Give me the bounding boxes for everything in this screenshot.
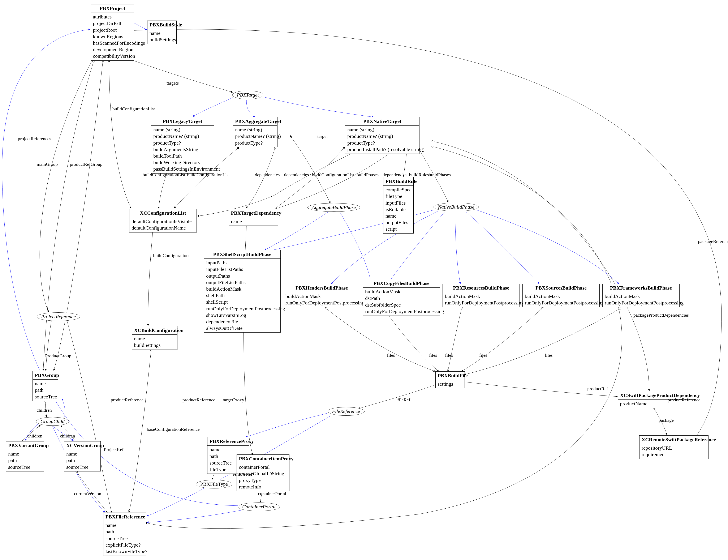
attr-line: name (8, 451, 42, 457)
attr-line: script (385, 226, 411, 232)
attr-line: runOnlyForDeploymentPostprocessing (445, 300, 517, 306)
node-title: PBXSourcesBuildPhase (523, 284, 599, 292)
node-pbxtargetdependency: PBXTargetDependency name (229, 209, 278, 226)
node-attrs-pbxshellscriptbuildphase: inputPathsinputFileListPathsoutputPathso… (204, 259, 281, 332)
label-bcl-legacy: buildConfigurationList (143, 172, 185, 178)
node-title: PBXAggregateTarget (233, 117, 277, 126)
node-attrs-pbxframeworksbuildphase: buildActionMaskrunOnlyForDeploymentPostp… (603, 292, 679, 307)
attr-line: buildActionMask (605, 293, 677, 300)
attr-line: buildActionMask (286, 293, 358, 300)
node-pbxsourcesbuildphase: PBXSourcesBuildPhase buildActionMaskrunO… (522, 284, 600, 307)
attr-line: buildActionMask (445, 293, 517, 300)
node-title: PBXFrameworksBuildPhase (603, 284, 679, 292)
label-projectreferences: projectReferences (18, 136, 51, 141)
node-xcconfigurationlist: XCConfigurationList defaultConfiguration… (129, 209, 197, 232)
label-maingroup: mainGroup (37, 162, 58, 167)
node-attrs-pbxbuildrule: compileSpecfileTypeinputFilesisEditablen… (383, 186, 413, 233)
attr-line: proxyType (239, 477, 287, 484)
label-package: package (659, 418, 674, 423)
ellipse-nativebuildphase: NativeBuildPhase (433, 203, 479, 211)
node-attrs-xcbuildconfiguration: namebuildSettings (132, 335, 177, 349)
ellipse-filereference: FileReference (328, 407, 364, 416)
node-pbxbuildfile: PBXBuildFile settings (435, 371, 465, 388)
label-targets: targets (167, 80, 179, 86)
node-pbxframeworksbuildphase: PBXFrameworksBuildPhase buildActionMaskr… (602, 284, 680, 307)
label-productreference-pr: productReference (111, 397, 144, 403)
node-pbxheadersbuildphase: PBXHeadersBuildPhase buildActionMaskrunO… (283, 284, 360, 307)
label-buildrules: buildRules (409, 172, 429, 178)
attr-line: productType? (153, 140, 212, 146)
attr-line: name (35, 380, 56, 387)
node-title: PBXFileReference (103, 513, 146, 521)
attr-line: buildSettings (150, 37, 174, 43)
attr-line: buildToolPath (153, 153, 212, 159)
node-attrs-pbxproject: attributesprojectDirPathprojectRootknown… (91, 13, 134, 60)
label-files-2: files (429, 352, 437, 358)
attr-line: fileType (385, 193, 411, 200)
node-pbxbuildstyle: PBXBuildStyle namebuildSettings (147, 21, 177, 44)
attr-line: buildActionMask (525, 293, 597, 300)
node-title: PBXHeadersBuildPhase (283, 284, 360, 292)
node-pbxbuildrule: PBXBuildRule compileSpecfileTypeinputFil… (383, 177, 413, 234)
attr-line: name (231, 218, 276, 225)
node-attrs-xcconfigurationlist: defaultConfigurationIsVisibledefaultConf… (129, 217, 197, 232)
attr-line: inputPaths (206, 260, 278, 266)
node-pbxshellscriptbuildphase: PBXShellScriptBuildPhase inputPathsinput… (204, 250, 281, 333)
attr-line: passBuildSettingsInEnvironment (153, 166, 212, 172)
node-attrs-pbxaggregatetarget: name (string)productName? (string)produc… (233, 126, 277, 147)
attr-line: runOnlyForDeploymentPostprocessing (365, 308, 438, 315)
attr-line: productName? (string) (153, 133, 212, 140)
attr-line: sourceTree (106, 535, 144, 542)
attr-line: name (106, 522, 144, 529)
attr-line: hasScannedForEncodings (93, 40, 132, 46)
attr-line: path (66, 457, 98, 464)
attr-line: buildArgumentsString (153, 146, 212, 153)
attr-line: path (106, 529, 144, 535)
attr-line: containerPortal (239, 464, 287, 470)
attr-line: buildActionMask (365, 288, 438, 295)
node-attrs-pbxsourcesbuildphase: buildActionMaskrunOnlyForDeploymentPostp… (523, 292, 599, 307)
attr-line: productType? (347, 140, 417, 146)
attr-line: name (66, 451, 98, 457)
node-xcbuildconfiguration: XCBuildConfiguration namebuildSettings (132, 326, 178, 350)
node-title: PBXTargetDependency (229, 209, 278, 217)
label-baseconfigref: baseConfigurationReference (147, 427, 200, 432)
node-title: PBXLegacyTarget (151, 117, 214, 126)
label-children-var: children (27, 433, 42, 439)
attr-line: inputFiles (385, 200, 411, 206)
attr-line: dependencyFile (206, 319, 278, 325)
attr-line: lastKnownFileType? (106, 548, 144, 555)
attr-line: sourceTree (8, 464, 42, 470)
node-title: XCVersionGroup (64, 441, 101, 450)
attr-line: name (string) (153, 127, 212, 133)
label-dep-agg2: dependencies (284, 172, 309, 178)
label-bp-nat2: buildPhases (429, 172, 451, 178)
label-bcl-agg: buildConfigurationList (187, 172, 230, 178)
label-buildconfigurations: buildConfigurations (153, 253, 190, 258)
attr-line: settings (438, 381, 462, 387)
node-attrs-pbxlegacytarget: name (string)productName? (string)produc… (151, 126, 214, 173)
attr-line: compileSpec (385, 187, 411, 193)
attr-line: name (134, 335, 175, 342)
attr-line: name (150, 30, 174, 37)
ellipse-projectreference: ProjectReference (37, 312, 80, 321)
node-title: PBXCopyFilesBuildPhase (363, 279, 440, 288)
attr-line: runOnlyForDeploymentPostprocessing (286, 300, 358, 306)
node-title: PBXBuildFile (435, 372, 464, 380)
node-attrs-pbxbuildfile: settings (435, 380, 464, 388)
node-title: XCRemoteSwiftPackageReference (639, 436, 708, 444)
node-pbxvariantgroup: PBXVariantGroup namepathsourceTree (6, 441, 44, 471)
node-attrs-pbxbuildstyle: namebuildSettings (148, 29, 176, 44)
label-dep-agg: dependencies (255, 172, 280, 178)
attr-line: defaultConfigurationName (132, 225, 195, 231)
attr-line: productName? (string) (235, 133, 275, 140)
attr-line: requirement (642, 451, 706, 458)
label-targetproxy: targetProxy (223, 397, 244, 403)
attr-line: buildActionMask (206, 286, 278, 292)
attr-line: buildWorkingDirectory (153, 159, 212, 166)
attr-line: outputFiles (385, 219, 411, 226)
label-fileref: fileRef (397, 397, 410, 403)
label-children-grp: children (37, 407, 52, 413)
node-attrs-pbxfilereference: namepathsourceTreeexplicitFileType?lastK… (103, 521, 146, 556)
attr-line: inputFileListPaths (206, 266, 278, 273)
